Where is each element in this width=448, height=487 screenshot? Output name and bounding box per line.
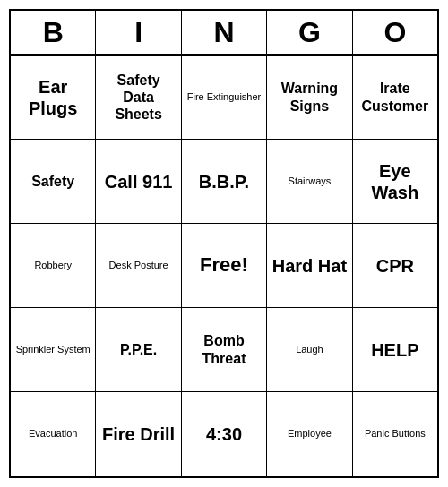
bingo-cell: Employee (267, 392, 352, 476)
bingo-cell: Hard Hat (267, 224, 352, 308)
bingo-cell: Warning Signs (267, 56, 352, 140)
bingo-cell: Call 911 (96, 140, 181, 224)
bingo-row: EvacuationFire Drill4:30EmployeePanic Bu… (11, 392, 437, 476)
header-letter: I (96, 11, 181, 56)
bingo-cell: Free! (182, 224, 267, 308)
bingo-grid: Ear PlugsSafety Data SheetsFire Extingui… (11, 56, 437, 476)
bingo-cell: Evacuation (11, 392, 96, 476)
header-letter: O (353, 11, 437, 56)
bingo-row: Ear PlugsSafety Data SheetsFire Extingui… (11, 56, 437, 140)
bingo-cell: Fire Drill (96, 392, 181, 476)
bingo-cell: Bomb Threat (182, 308, 267, 392)
bingo-cell: Fire Extinguisher (182, 56, 267, 140)
bingo-cell: Desk Posture (96, 224, 181, 308)
bingo-cell: Robbery (11, 224, 96, 308)
bingo-cell: P.P.E. (96, 308, 181, 392)
bingo-row: SafetyCall 911B.B.P.StairwaysEye Wash (11, 140, 437, 224)
bingo-row: Sprinkler SystemP.P.E.Bomb ThreatLaughHE… (11, 308, 437, 392)
bingo-cell: Irate Customer (353, 56, 437, 140)
bingo-card: BINGO Ear PlugsSafety Data SheetsFire Ex… (9, 9, 439, 478)
bingo-header: BINGO (11, 11, 437, 56)
header-letter: G (267, 11, 352, 56)
bingo-cell: Laugh (267, 308, 352, 392)
bingo-cell: 4:30 (182, 392, 267, 476)
bingo-cell: Stairways (267, 140, 352, 224)
bingo-cell: Safety Data Sheets (96, 56, 181, 140)
bingo-cell: CPR (353, 224, 437, 308)
bingo-cell: Eye Wash (353, 140, 437, 224)
bingo-cell: Ear Plugs (11, 56, 96, 140)
bingo-row: RobberyDesk PostureFree!Hard HatCPR (11, 224, 437, 308)
bingo-cell: B.B.P. (182, 140, 267, 224)
bingo-cell: Safety (11, 140, 96, 224)
header-letter: N (182, 11, 267, 56)
bingo-cell: Panic Buttons (353, 392, 437, 476)
bingo-cell: HELP (353, 308, 437, 392)
bingo-cell: Sprinkler System (11, 308, 96, 392)
header-letter: B (11, 11, 96, 56)
